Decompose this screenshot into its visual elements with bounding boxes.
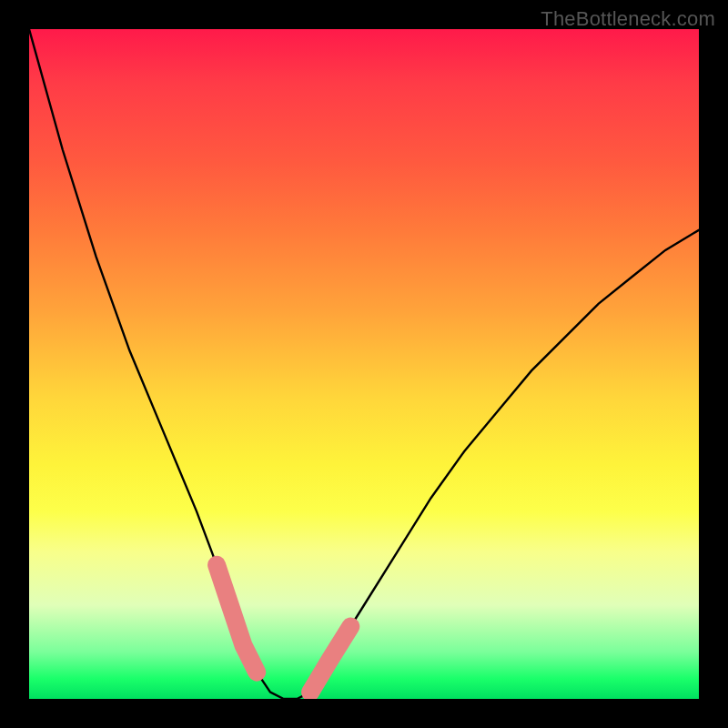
plot-gradient-background <box>29 29 699 699</box>
watermark-text: TheBottleneck.com <box>541 7 715 31</box>
